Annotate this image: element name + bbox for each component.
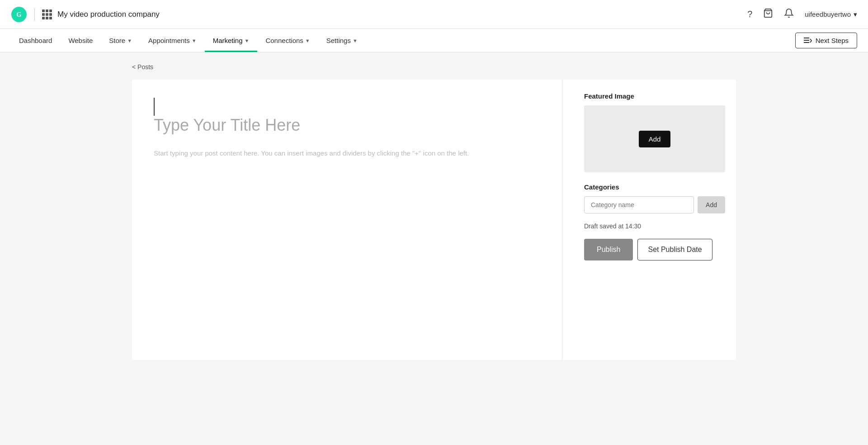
post-title-input[interactable] — [154, 116, 540, 135]
cart-icon[interactable] — [763, 8, 773, 20]
grid-menu-icon[interactable] — [42, 9, 52, 19]
editor-layout: Start typing your post content here. You… — [132, 80, 736, 360]
back-to-posts-link[interactable]: < Posts — [132, 63, 736, 71]
category-row: Add — [584, 196, 725, 213]
add-image-button[interactable]: Add — [639, 131, 671, 147]
sidebar-panel: Featured Image Add Categories Add Draft … — [573, 80, 736, 360]
main-content: < Posts Start typing your post content h… — [118, 52, 750, 371]
godaddy-logo-icon: G — [11, 6, 27, 23]
next-steps-button[interactable]: Next Steps — [795, 33, 857, 48]
nav-item-appointments[interactable]: Appointments ▼ — [140, 29, 205, 52]
svg-rect-3 — [804, 38, 809, 38]
bell-icon[interactable] — [784, 8, 794, 20]
svg-rect-5 — [804, 42, 809, 43]
marketing-chevron-icon: ▼ — [245, 38, 250, 43]
nav-item-connections[interactable]: Connections ▼ — [257, 29, 318, 52]
nav-item-marketing[interactable]: Marketing ▼ — [205, 29, 258, 52]
featured-image-label: Featured Image — [584, 92, 725, 100]
editor-content-placeholder[interactable]: Start typing your post content here. You… — [154, 147, 540, 159]
title-area — [154, 98, 540, 147]
add-category-button[interactable]: Add — [698, 196, 725, 213]
nav-links: Dashboard Website Store ▼ Appointments ▼… — [11, 29, 366, 52]
svg-text:G: G — [17, 11, 22, 18]
cursor-indicator — [154, 98, 155, 116]
categories-label: Categories — [584, 183, 725, 191]
user-name: uifeedbuyertwo — [805, 10, 851, 18]
topbar-left: G My video production company — [11, 6, 160, 23]
publish-row: Publish Set Publish Date — [584, 239, 725, 260]
topbar: G My video production company ? uifeedbu… — [0, 0, 868, 29]
editor-panel: Start typing your post content here. You… — [132, 80, 562, 360]
settings-chevron-icon: ▼ — [353, 38, 358, 43]
featured-image-area: Add — [584, 105, 725, 172]
category-name-input[interactable] — [584, 196, 694, 213]
svg-rect-4 — [804, 40, 809, 41]
publish-button[interactable]: Publish — [584, 239, 633, 260]
user-menu[interactable]: uifeedbuyertwo ▾ — [805, 10, 857, 19]
store-chevron-icon: ▼ — [127, 38, 132, 43]
nav-item-settings[interactable]: Settings ▼ — [318, 29, 366, 52]
help-icon[interactable]: ? — [747, 9, 752, 19]
nav-item-dashboard[interactable]: Dashboard — [11, 29, 60, 52]
godaddy-logo[interactable]: G — [11, 6, 27, 23]
user-chevron-icon: ▾ — [854, 10, 857, 19]
company-name: My video production company — [57, 10, 160, 19]
topbar-divider — [34, 8, 35, 21]
navbar: Dashboard Website Store ▼ Appointments ▼… — [0, 29, 868, 52]
draft-status: Draft saved at 14:30 — [584, 222, 725, 230]
topbar-right: ? uifeedbuyertwo ▾ — [747, 8, 857, 20]
next-steps-icon — [804, 38, 812, 44]
nav-item-store[interactable]: Store ▼ — [101, 29, 140, 52]
connections-chevron-icon: ▼ — [305, 38, 310, 43]
nav-item-website[interactable]: Website — [60, 29, 101, 52]
set-publish-date-button[interactable]: Set Publish Date — [637, 239, 712, 260]
appointments-chevron-icon: ▼ — [192, 38, 197, 43]
